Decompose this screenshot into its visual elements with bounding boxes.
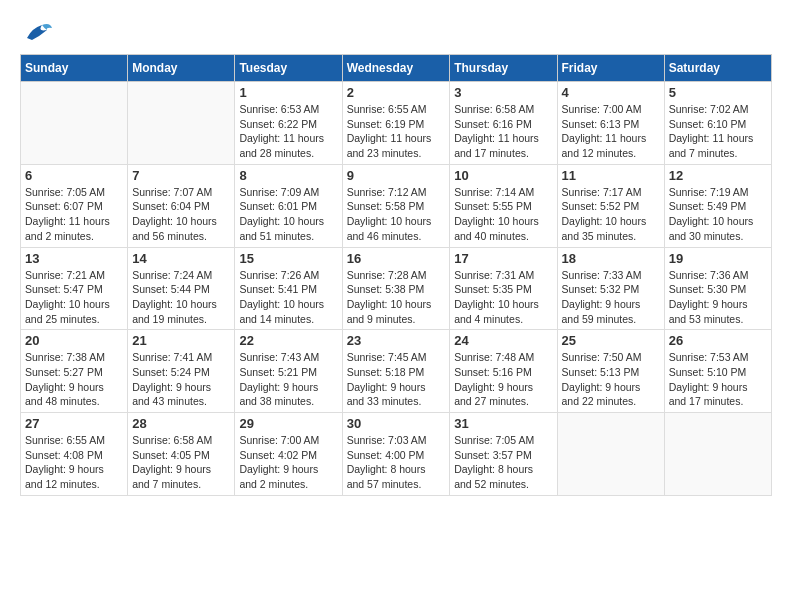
calendar-cell: 17Sunrise: 7:31 AM Sunset: 5:35 PM Dayli… — [450, 247, 557, 330]
weekday-header-thursday: Thursday — [450, 55, 557, 82]
logo — [20, 20, 52, 44]
day-info: Sunrise: 7:33 AM Sunset: 5:32 PM Dayligh… — [562, 268, 660, 327]
calendar-cell: 5Sunrise: 7:02 AM Sunset: 6:10 PM Daylig… — [664, 82, 771, 165]
calendar-cell: 28Sunrise: 6:58 AM Sunset: 4:05 PM Dayli… — [128, 413, 235, 496]
day-number: 19 — [669, 251, 767, 266]
day-number: 22 — [239, 333, 337, 348]
weekday-header-monday: Monday — [128, 55, 235, 82]
day-number: 21 — [132, 333, 230, 348]
calendar-week-row: 20Sunrise: 7:38 AM Sunset: 5:27 PM Dayli… — [21, 330, 772, 413]
day-info: Sunrise: 7:05 AM Sunset: 6:07 PM Dayligh… — [25, 185, 123, 244]
day-number: 16 — [347, 251, 446, 266]
day-number: 18 — [562, 251, 660, 266]
weekday-header-tuesday: Tuesday — [235, 55, 342, 82]
day-number: 15 — [239, 251, 337, 266]
calendar-cell: 31Sunrise: 7:05 AM Sunset: 3:57 PM Dayli… — [450, 413, 557, 496]
day-number: 17 — [454, 251, 552, 266]
day-info: Sunrise: 7:24 AM Sunset: 5:44 PM Dayligh… — [132, 268, 230, 327]
day-info: Sunrise: 7:26 AM Sunset: 5:41 PM Dayligh… — [239, 268, 337, 327]
page-header — [20, 20, 772, 44]
calendar-cell: 21Sunrise: 7:41 AM Sunset: 5:24 PM Dayli… — [128, 330, 235, 413]
calendar-cell: 18Sunrise: 7:33 AM Sunset: 5:32 PM Dayli… — [557, 247, 664, 330]
day-number: 14 — [132, 251, 230, 266]
day-number: 30 — [347, 416, 446, 431]
calendar-cell: 8Sunrise: 7:09 AM Sunset: 6:01 PM Daylig… — [235, 164, 342, 247]
day-info: Sunrise: 6:53 AM Sunset: 6:22 PM Dayligh… — [239, 102, 337, 161]
day-info: Sunrise: 7:45 AM Sunset: 5:18 PM Dayligh… — [347, 350, 446, 409]
day-number: 20 — [25, 333, 123, 348]
day-info: Sunrise: 7:43 AM Sunset: 5:21 PM Dayligh… — [239, 350, 337, 409]
day-info: Sunrise: 7:03 AM Sunset: 4:00 PM Dayligh… — [347, 433, 446, 492]
day-number: 29 — [239, 416, 337, 431]
weekday-header-row: SundayMondayTuesdayWednesdayThursdayFrid… — [21, 55, 772, 82]
calendar-cell: 23Sunrise: 7:45 AM Sunset: 5:18 PM Dayli… — [342, 330, 450, 413]
calendar-week-row: 1Sunrise: 6:53 AM Sunset: 6:22 PM Daylig… — [21, 82, 772, 165]
calendar-cell — [557, 413, 664, 496]
day-info: Sunrise: 7:48 AM Sunset: 5:16 PM Dayligh… — [454, 350, 552, 409]
day-number: 9 — [347, 168, 446, 183]
calendar-cell — [128, 82, 235, 165]
calendar-cell: 30Sunrise: 7:03 AM Sunset: 4:00 PM Dayli… — [342, 413, 450, 496]
calendar-cell: 25Sunrise: 7:50 AM Sunset: 5:13 PM Dayli… — [557, 330, 664, 413]
calendar-cell: 20Sunrise: 7:38 AM Sunset: 5:27 PM Dayli… — [21, 330, 128, 413]
calendar-week-row: 6Sunrise: 7:05 AM Sunset: 6:07 PM Daylig… — [21, 164, 772, 247]
day-info: Sunrise: 6:58 AM Sunset: 4:05 PM Dayligh… — [132, 433, 230, 492]
day-info: Sunrise: 7:09 AM Sunset: 6:01 PM Dayligh… — [239, 185, 337, 244]
day-number: 25 — [562, 333, 660, 348]
day-info: Sunrise: 7:36 AM Sunset: 5:30 PM Dayligh… — [669, 268, 767, 327]
day-info: Sunrise: 7:31 AM Sunset: 5:35 PM Dayligh… — [454, 268, 552, 327]
calendar-week-row: 27Sunrise: 6:55 AM Sunset: 4:08 PM Dayli… — [21, 413, 772, 496]
day-number: 7 — [132, 168, 230, 183]
day-info: Sunrise: 7:53 AM Sunset: 5:10 PM Dayligh… — [669, 350, 767, 409]
calendar-cell: 27Sunrise: 6:55 AM Sunset: 4:08 PM Dayli… — [21, 413, 128, 496]
weekday-header-sunday: Sunday — [21, 55, 128, 82]
day-number: 8 — [239, 168, 337, 183]
weekday-header-saturday: Saturday — [664, 55, 771, 82]
calendar-cell: 14Sunrise: 7:24 AM Sunset: 5:44 PM Dayli… — [128, 247, 235, 330]
calendar-cell: 16Sunrise: 7:28 AM Sunset: 5:38 PM Dayli… — [342, 247, 450, 330]
calendar-cell: 15Sunrise: 7:26 AM Sunset: 5:41 PM Dayli… — [235, 247, 342, 330]
calendar-cell: 6Sunrise: 7:05 AM Sunset: 6:07 PM Daylig… — [21, 164, 128, 247]
day-info: Sunrise: 7:17 AM Sunset: 5:52 PM Dayligh… — [562, 185, 660, 244]
day-info: Sunrise: 7:14 AM Sunset: 5:55 PM Dayligh… — [454, 185, 552, 244]
day-info: Sunrise: 7:28 AM Sunset: 5:38 PM Dayligh… — [347, 268, 446, 327]
day-number: 24 — [454, 333, 552, 348]
calendar-table: SundayMondayTuesdayWednesdayThursdayFrid… — [20, 54, 772, 496]
day-info: Sunrise: 7:19 AM Sunset: 5:49 PM Dayligh… — [669, 185, 767, 244]
day-info: Sunrise: 7:05 AM Sunset: 3:57 PM Dayligh… — [454, 433, 552, 492]
day-info: Sunrise: 6:55 AM Sunset: 6:19 PM Dayligh… — [347, 102, 446, 161]
calendar-cell: 9Sunrise: 7:12 AM Sunset: 5:58 PM Daylig… — [342, 164, 450, 247]
calendar-cell: 29Sunrise: 7:00 AM Sunset: 4:02 PM Dayli… — [235, 413, 342, 496]
calendar-cell: 10Sunrise: 7:14 AM Sunset: 5:55 PM Dayli… — [450, 164, 557, 247]
day-number: 26 — [669, 333, 767, 348]
logo-bird-icon — [22, 20, 52, 44]
day-number: 2 — [347, 85, 446, 100]
day-number: 28 — [132, 416, 230, 431]
weekday-header-wednesday: Wednesday — [342, 55, 450, 82]
day-info: Sunrise: 6:58 AM Sunset: 6:16 PM Dayligh… — [454, 102, 552, 161]
calendar-cell: 2Sunrise: 6:55 AM Sunset: 6:19 PM Daylig… — [342, 82, 450, 165]
calendar-cell: 22Sunrise: 7:43 AM Sunset: 5:21 PM Dayli… — [235, 330, 342, 413]
calendar-cell: 13Sunrise: 7:21 AM Sunset: 5:47 PM Dayli… — [21, 247, 128, 330]
day-info: Sunrise: 7:38 AM Sunset: 5:27 PM Dayligh… — [25, 350, 123, 409]
calendar-cell: 19Sunrise: 7:36 AM Sunset: 5:30 PM Dayli… — [664, 247, 771, 330]
day-number: 31 — [454, 416, 552, 431]
day-info: Sunrise: 7:50 AM Sunset: 5:13 PM Dayligh… — [562, 350, 660, 409]
day-number: 12 — [669, 168, 767, 183]
day-number: 11 — [562, 168, 660, 183]
day-number: 5 — [669, 85, 767, 100]
calendar-cell: 4Sunrise: 7:00 AM Sunset: 6:13 PM Daylig… — [557, 82, 664, 165]
day-number: 10 — [454, 168, 552, 183]
weekday-header-friday: Friday — [557, 55, 664, 82]
day-number: 27 — [25, 416, 123, 431]
day-number: 1 — [239, 85, 337, 100]
day-info: Sunrise: 7:07 AM Sunset: 6:04 PM Dayligh… — [132, 185, 230, 244]
day-info: Sunrise: 7:00 AM Sunset: 6:13 PM Dayligh… — [562, 102, 660, 161]
day-info: Sunrise: 7:41 AM Sunset: 5:24 PM Dayligh… — [132, 350, 230, 409]
day-info: Sunrise: 6:55 AM Sunset: 4:08 PM Dayligh… — [25, 433, 123, 492]
calendar-cell: 1Sunrise: 6:53 AM Sunset: 6:22 PM Daylig… — [235, 82, 342, 165]
day-number: 4 — [562, 85, 660, 100]
day-info: Sunrise: 7:02 AM Sunset: 6:10 PM Dayligh… — [669, 102, 767, 161]
calendar-cell — [21, 82, 128, 165]
day-info: Sunrise: 7:00 AM Sunset: 4:02 PM Dayligh… — [239, 433, 337, 492]
